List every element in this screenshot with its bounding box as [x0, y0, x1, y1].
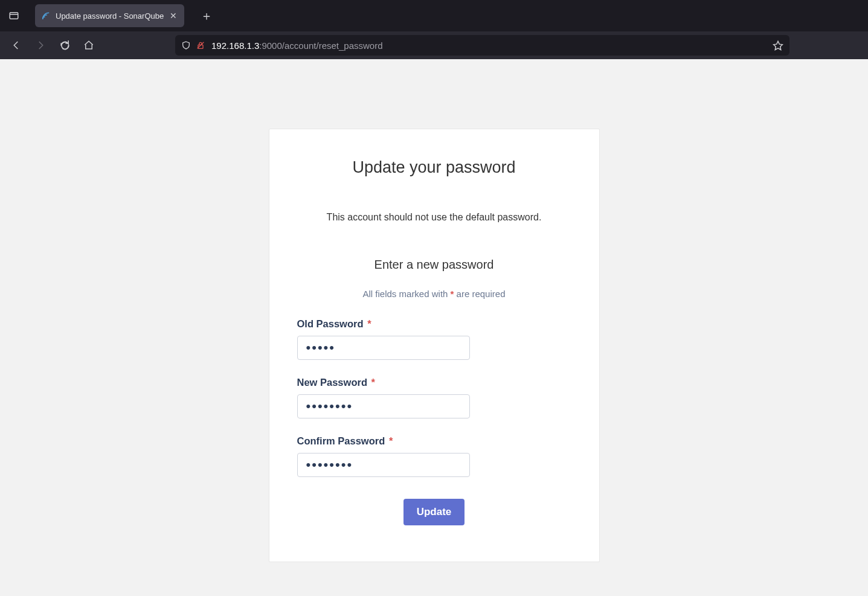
url-path: :9000/account/reset_password: [259, 40, 382, 51]
nav-bar: 192.168.1.3:9000/account/reset_password: [0, 31, 868, 59]
section-title: Enter a new password: [297, 258, 571, 272]
page-heading: Update your password: [297, 158, 571, 177]
lock-insecure-icon: [196, 40, 205, 50]
asterisk-icon: *: [371, 377, 375, 388]
tab-title: Update password - SonarQube: [56, 11, 164, 21]
bookmark-star-icon[interactable]: [773, 40, 783, 51]
default-password-notice: This account should not use the default …: [297, 212, 571, 223]
confirm-password-label: Confirm Password *: [297, 435, 571, 447]
asterisk-icon: *: [389, 435, 393, 446]
required-note-after: are required: [454, 289, 505, 299]
forward-button[interactable]: [30, 35, 51, 56]
form-actions: Update: [297, 499, 571, 525]
old-password-input[interactable]: [297, 336, 470, 360]
new-password-field: New Password *: [297, 377, 571, 418]
address-bar[interactable]: 192.168.1.3:9000/account/reset_password: [175, 35, 789, 56]
required-note: All fields marked with * are required: [297, 289, 571, 299]
password-card: Update your password This account should…: [269, 129, 600, 562]
confirm-password-field: Confirm Password *: [297, 435, 571, 477]
page-content: Update your password This account should…: [0, 59, 868, 596]
home-button[interactable]: [79, 35, 99, 56]
old-password-label: Old Password *: [297, 318, 571, 330]
browser-tab[interactable]: Update password - SonarQube ✕: [35, 4, 184, 27]
tab-strip: Update password - SonarQube ✕ ＋: [0, 0, 868, 31]
url-text: 192.168.1.3:9000/account/reset_password: [211, 40, 767, 51]
update-button[interactable]: Update: [403, 499, 465, 525]
address-icons: [181, 40, 205, 50]
new-tab-button[interactable]: ＋: [198, 7, 216, 25]
new-password-input[interactable]: [297, 394, 470, 418]
required-note-before: All fields marked with: [363, 289, 451, 299]
shield-icon: [181, 40, 191, 50]
sidebar-toggle-button[interactable]: [4, 5, 24, 26]
confirm-password-input[interactable]: [297, 453, 470, 477]
old-password-field: Old Password *: [297, 318, 571, 360]
close-tab-icon[interactable]: ✕: [169, 11, 178, 21]
back-button[interactable]: [6, 35, 27, 56]
sonarqube-favicon: [41, 11, 51, 21]
browser-chrome: Update password - SonarQube ✕ ＋: [0, 0, 868, 59]
url-host: 192.168.1.3: [211, 40, 259, 51]
svg-marker-4: [774, 41, 783, 50]
svg-rect-0: [10, 13, 18, 19]
asterisk-icon: *: [367, 318, 371, 329]
new-password-label: New Password *: [297, 377, 571, 388]
